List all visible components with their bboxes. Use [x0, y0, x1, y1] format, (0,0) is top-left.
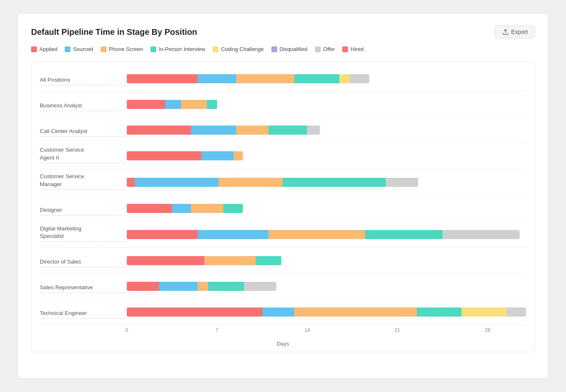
bar-area [127, 307, 526, 317]
chart-row: Customer ServiceAgent II [40, 143, 526, 169]
bar-segment [244, 282, 276, 291]
bar-area [127, 178, 526, 187]
bar-segment [507, 307, 526, 317]
bar-area [127, 100, 526, 109]
legend-color [315, 46, 321, 52]
legend-color [150, 46, 156, 52]
bar-segment [443, 230, 520, 239]
legend: Applied Sourced Phone Screen In-Person I… [31, 46, 535, 52]
bar-segment [234, 151, 243, 160]
bar-segment [283, 178, 386, 187]
axis-ticks: 07142128 [127, 327, 526, 340]
legend-label: Sourced [73, 46, 93, 52]
chart-row: Digital MarketingSpecialist [40, 222, 526, 248]
legend-color [271, 46, 277, 52]
bar-segment [198, 74, 236, 83]
legend-item: Disqualified [271, 46, 307, 52]
axis-title: Days [31, 341, 535, 352]
chart-row: Call Center Analyst [40, 117, 526, 143]
bar-segment [223, 204, 243, 213]
legend-color [31, 46, 37, 52]
bar-track [127, 282, 276, 291]
row-label: Technical Engineer [40, 310, 127, 319]
bar-segment [207, 100, 217, 109]
bar-segment [191, 204, 223, 213]
bar-segment [294, 307, 416, 317]
bar-segment [127, 178, 135, 187]
legend-color [342, 46, 348, 52]
row-label: Sales Representative [40, 284, 127, 293]
axis-tick: 28 [485, 327, 490, 333]
legend-color [101, 46, 106, 52]
bar-segment [127, 282, 159, 291]
bar-area [127, 126, 526, 135]
bar-segment [236, 126, 268, 135]
bar-segment [365, 230, 443, 239]
bar-track [127, 100, 217, 109]
bar-segment [462, 307, 507, 317]
bar-segment [127, 230, 198, 239]
bar-track [127, 151, 243, 160]
legend-item: Coding Challenge [213, 46, 264, 52]
bar-segment [165, 100, 181, 109]
chart-row: All Positions [40, 66, 526, 92]
bar-segment [339, 74, 350, 83]
row-label: Business Analyst [40, 102, 127, 111]
chart-title: Default Pipeline Time in Stage By Positi… [31, 27, 197, 37]
bar-segment [417, 307, 462, 317]
bar-segment [236, 74, 294, 83]
bar-segment [262, 307, 295, 317]
export-button[interactable]: Export [495, 25, 535, 39]
axis-tick: 14 [305, 327, 310, 333]
chart-rows: All Positions Business Analyst Call Cent… [31, 66, 535, 325]
legend-label: Disqualified [280, 46, 307, 52]
bar-segment [294, 74, 339, 83]
bar-segment [159, 282, 198, 291]
bar-segment [201, 151, 234, 160]
legend-item: Hired [342, 46, 363, 52]
row-label: All Positions [40, 76, 127, 85]
bar-segment [127, 307, 262, 317]
bar-segment [127, 204, 172, 213]
bar-track [127, 74, 369, 83]
bar-segment [268, 126, 307, 135]
chart-row: Business Analyst [40, 92, 526, 117]
legend-label: Phone Screen [109, 46, 143, 52]
export-label: Export [511, 29, 528, 35]
bar-track [127, 256, 281, 265]
axis-tick: 0 [126, 327, 128, 333]
legend-label: Offer [323, 46, 335, 52]
bar-segment [307, 126, 320, 135]
legend-item: Offer [315, 46, 335, 52]
legend-item: Phone Screen [101, 46, 143, 52]
legend-item: Sourced [65, 46, 93, 52]
header-row: Default Pipeline Time in Stage By Positi… [31, 25, 535, 39]
legend-color [65, 46, 70, 52]
bar-track [127, 178, 418, 187]
bar-area [127, 74, 526, 83]
bar-area [127, 256, 526, 265]
bar-segment [127, 74, 198, 83]
bar-area [127, 204, 526, 213]
bar-segment [198, 282, 208, 291]
axis-tick: 21 [394, 327, 400, 333]
chart-container: All Positions Business Analyst Call Cent… [31, 61, 535, 352]
legend-label: In-Person Interview [159, 46, 205, 52]
legend-item: Applied [31, 46, 57, 52]
row-label: Call Center Analyst [40, 128, 127, 137]
bar-segment [127, 126, 191, 135]
legend-color [213, 46, 218, 52]
chart-row: Customer ServiceManager [40, 169, 526, 196]
row-label: Director of Sales [40, 258, 127, 267]
bar-segment [181, 100, 207, 109]
bar-segment [198, 230, 268, 239]
export-icon [502, 29, 509, 35]
chart-row: Designer [40, 196, 526, 222]
bar-segment [172, 204, 191, 213]
bar-segment [204, 256, 256, 265]
axis-tick: 7 [215, 327, 218, 333]
bar-segment [127, 151, 201, 160]
legend-label: Coding Challenge [221, 46, 264, 52]
bar-segment [386, 178, 418, 187]
chart-card: Default Pipeline Time in Stage By Positi… [18, 14, 548, 378]
